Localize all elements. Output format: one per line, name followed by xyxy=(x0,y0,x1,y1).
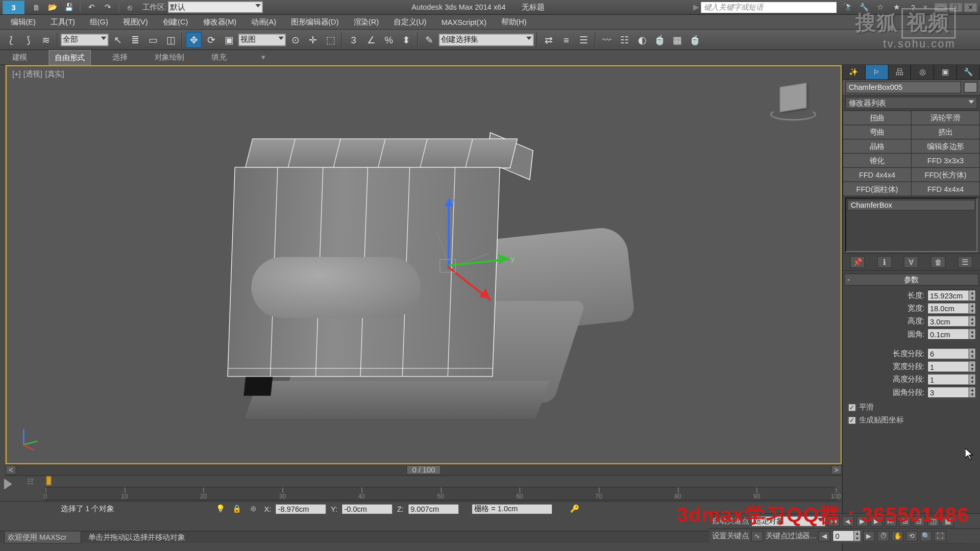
mod-editpoly[interactable]: 编辑多边形 xyxy=(912,139,979,153)
render-icon[interactable]: 🍵 xyxy=(687,32,703,48)
align-icon[interactable]: ≡ xyxy=(558,32,574,48)
height-spinner[interactable]: 3.0cm▲▼ xyxy=(927,315,976,327)
ribbon-expand-icon[interactable]: ▾ xyxy=(261,53,265,62)
modifier-list-dropdown[interactable]: 修改器列表 xyxy=(845,97,977,109)
mod-bend[interactable]: 弯曲 xyxy=(843,125,911,139)
genmap-checkbox[interactable]: ✓ xyxy=(848,416,856,424)
maximize-vp-icon[interactable]: ⛶ xyxy=(934,531,946,541)
axis-z[interactable] xyxy=(447,199,449,267)
menu-animation[interactable]: 动画(A) xyxy=(244,16,283,29)
binoculars-icon[interactable]: 🔭 xyxy=(842,2,854,12)
make-unique-icon[interactable]: ∀ xyxy=(904,256,919,268)
app-icon[interactable]: 3 xyxy=(3,1,24,14)
layers-icon[interactable]: ☰ xyxy=(576,32,592,48)
rollout-parameters[interactable]: -参数 xyxy=(844,273,978,286)
length-spinner[interactable]: 15.923cm▲▼ xyxy=(927,290,976,302)
window-crossing-icon[interactable]: ◫ xyxy=(162,32,179,48)
render-frame-icon[interactable]: ▦ xyxy=(669,32,685,48)
mod-taper[interactable]: 锥化 xyxy=(843,154,911,167)
lock-selection-icon[interactable]: 💡 xyxy=(214,504,228,514)
menu-grapheditors[interactable]: 图形编辑器(D) xyxy=(284,16,346,29)
orbit-icon[interactable]: ⟲ xyxy=(905,531,918,541)
scale-icon[interactable]: ▣ xyxy=(221,32,237,48)
menu-help[interactable]: 帮助(H) xyxy=(495,16,533,29)
menu-customize[interactable]: 自定义(U) xyxy=(387,16,433,29)
select-icon[interactable]: ↖ xyxy=(110,32,126,48)
width-spinner[interactable]: 18.0cm▲▼ xyxy=(927,303,976,314)
time-slider[interactable] xyxy=(46,476,52,486)
mod-turbosmooth[interactable]: 涡轮平滑 xyxy=(912,111,979,125)
menu-tools[interactable]: 工具(T) xyxy=(44,16,82,29)
axis-y[interactable] xyxy=(449,258,509,266)
cmd-tab-display-icon[interactable]: ▣ xyxy=(934,65,957,79)
mod-twist[interactable]: 扭曲 xyxy=(843,111,911,125)
key-icon[interactable]: 🔑 xyxy=(570,505,580,513)
pan-icon[interactable]: ✋ xyxy=(892,531,904,541)
spinner-snap-icon[interactable]: ⬍ xyxy=(398,32,414,48)
play-icon[interactable] xyxy=(4,479,18,489)
lock-icon[interactable]: 🔒 xyxy=(232,504,242,514)
schematic-icon[interactable]: ☷ xyxy=(617,32,633,48)
configure-sets-icon[interactable]: ☰ xyxy=(958,256,972,268)
rect-select-icon[interactable]: ▭ xyxy=(145,32,161,48)
angle-snap-icon[interactable]: ∠ xyxy=(363,32,379,48)
select-by-name-icon[interactable]: ≣ xyxy=(127,32,143,48)
menu-group[interactable]: 组(G) xyxy=(83,16,115,29)
smooth-checkbox[interactable]: ✓ xyxy=(848,403,856,411)
menu-rendering[interactable]: 渲染(R) xyxy=(347,16,385,29)
search-input[interactable]: 键入关键字或短语 xyxy=(701,2,836,12)
menu-modifiers[interactable]: 修改器(M) xyxy=(196,16,243,29)
cmd-tab-motion-icon[interactable]: ◎ xyxy=(911,65,934,79)
manipulate-icon[interactable]: ✛ xyxy=(305,32,321,48)
mod-ffd4[interactable]: FFD 4x4x4 xyxy=(843,168,911,182)
coord-display-icon[interactable]: ⊕ xyxy=(247,504,260,514)
mod-ffdbox[interactable]: FFD(长方体) xyxy=(912,168,979,182)
mod-ffd4b[interactable]: FFD 4x4x4 xyxy=(912,182,979,196)
timeline[interactable]: ☷ 0102030405060708090100 xyxy=(6,475,842,501)
cmd-tab-utilities-icon[interactable]: 🔧 xyxy=(957,65,980,79)
time-config-icon[interactable]: ⏱ xyxy=(877,531,890,541)
viewport-label[interactable]: [+][透视][真实] xyxy=(11,69,65,79)
frame-indicator[interactable]: 0 / 100 xyxy=(406,465,442,475)
mod-lattice[interactable]: 晶格 xyxy=(843,139,911,153)
ribbon-tab-populate[interactable]: 填充 xyxy=(206,50,231,64)
snap-toggle-icon[interactable]: ⬚ xyxy=(323,32,339,48)
time-ruler[interactable]: 0102030405060708090100 xyxy=(45,487,837,500)
cmd-tab-hierarchy-icon[interactable]: 品 xyxy=(889,65,912,79)
qat-open-icon[interactable]: 📂 xyxy=(46,1,60,13)
cmd-tab-create-icon[interactable]: ✨ xyxy=(843,65,866,79)
scroll-left-icon[interactable]: < xyxy=(6,465,16,475)
show-end-result-icon[interactable]: ℹ xyxy=(877,256,892,268)
cmd-tab-modify-icon[interactable]: 🏳 xyxy=(866,65,889,79)
move-icon[interactable]: ✥ xyxy=(186,32,202,48)
current-frame-spinner[interactable]: 0▲▼ xyxy=(832,530,861,542)
ribbon-tab-modeling[interactable]: 建模 xyxy=(7,50,32,64)
next-key-icon[interactable]: ▶ xyxy=(863,531,875,541)
menu-view[interactable]: 视图(V) xyxy=(116,16,155,29)
transform-gizmo[interactable]: z y xyxy=(413,199,508,315)
ref-coord-dropdown[interactable]: 视图 xyxy=(238,34,286,46)
ribbon-tab-freeform[interactable]: 自由形式 xyxy=(49,50,91,65)
material-editor-icon[interactable]: ◐ xyxy=(634,32,650,48)
curve-editor-icon[interactable]: 〰 xyxy=(599,32,615,48)
mod-extrude[interactable]: 挤出 xyxy=(912,125,979,139)
pin-stack-icon[interactable]: 📌 xyxy=(850,256,865,268)
menu-maxscript[interactable]: MAXScript(X) xyxy=(434,17,493,28)
percent-snap-icon[interactable]: % xyxy=(381,32,397,48)
object-color-swatch[interactable] xyxy=(964,82,977,93)
fillet-spinner[interactable]: 0.1cm▲▼ xyxy=(927,329,976,340)
menu-edit[interactable]: 编辑(E) xyxy=(4,16,42,29)
mod-ffd3[interactable]: FFD 3x3x3 xyxy=(912,154,979,167)
bind-icon[interactable]: ≋ xyxy=(38,32,54,48)
named-set-edit-icon[interactable]: ✎ xyxy=(421,32,437,48)
qat-link-icon[interactable]: ⎋ xyxy=(124,1,137,13)
fseg-spinner[interactable]: 3▲▼ xyxy=(927,387,976,398)
qat-new-icon[interactable]: 🗎 xyxy=(30,1,43,13)
pivot-icon[interactable]: ⊙ xyxy=(287,32,304,48)
qat-redo-icon[interactable]: ↷ xyxy=(101,1,115,13)
stack-item-chamferbox[interactable]: ChamferBox xyxy=(847,199,975,210)
ribbon-tab-objectpaint[interactable]: 对象绘制 xyxy=(149,50,190,64)
link-icon[interactable]: ⟅ xyxy=(3,32,19,48)
coord-y-field[interactable]: -0.0cm xyxy=(341,504,393,514)
maxscript-listener[interactable]: 欢迎使用 MAXScr xyxy=(4,531,81,543)
